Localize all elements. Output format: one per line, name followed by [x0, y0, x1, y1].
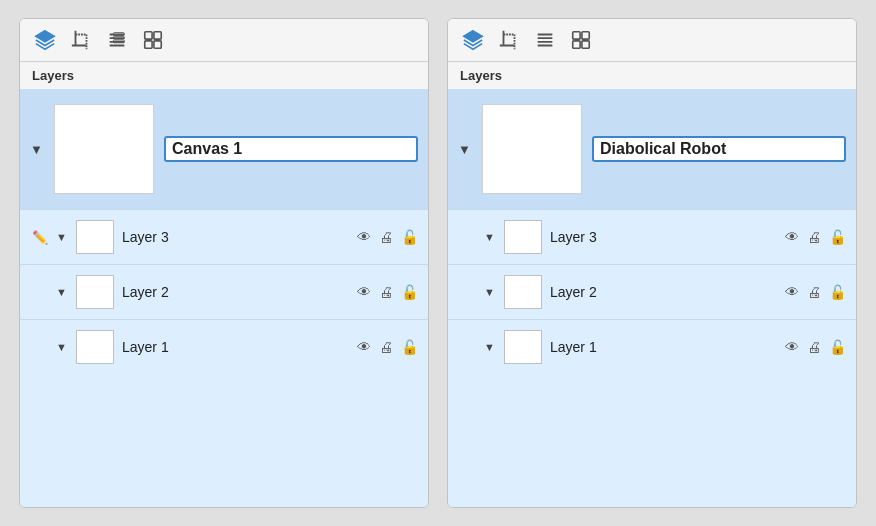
layer-name: Layer 2: [550, 284, 777, 300]
layer-row: ✏️ ▼ Layer 3 👁 🖨 🔓: [448, 209, 856, 264]
layer-row: ✏️ ▼ Layer 2 👁 🖨 🔓: [448, 264, 856, 319]
print-icon[interactable]: 🖨: [379, 229, 393, 245]
lock-icon[interactable]: 🔓: [401, 339, 418, 355]
canvas-thumbnail-right: [482, 104, 582, 194]
eye-icon[interactable]: 👁: [357, 229, 371, 245]
layer-thumbnail: [504, 220, 542, 254]
lock-icon[interactable]: 🔓: [401, 284, 418, 300]
canvas-thumbnail-left: [54, 104, 154, 194]
pencil-icon[interactable]: ✏️: [32, 230, 48, 245]
print-icon[interactable]: 🖨: [379, 284, 393, 300]
layer-actions: 👁 🖨 🔓: [785, 284, 846, 300]
svg-rect-13: [154, 32, 161, 39]
toolbar-left: [20, 19, 428, 62]
canvas-name-input-right[interactable]: [592, 136, 846, 162]
canvas-row-right: ▼: [448, 89, 856, 209]
layer-thumbnail: [76, 220, 114, 254]
toolbar-right: [448, 19, 856, 62]
svg-rect-14: [145, 41, 152, 48]
eye-icon[interactable]: 👁: [357, 339, 371, 355]
crop-icon[interactable]: [70, 29, 92, 51]
svg-rect-26: [582, 32, 589, 39]
canvas-name-input-left[interactable]: [164, 136, 418, 162]
lock-icon[interactable]: 🔓: [829, 339, 846, 355]
layer-row: ✏️ ▼ Layer 1 👁 🖨 🔓: [20, 319, 428, 374]
layer-actions: 👁 🖨 🔓: [785, 229, 846, 245]
eye-icon[interactable]: 👁: [785, 284, 799, 300]
grid-icon[interactable]: [570, 29, 592, 51]
canvas-row-left: ▼: [20, 89, 428, 209]
eye-icon[interactable]: 👁: [357, 284, 371, 300]
print-icon[interactable]: 🖨: [807, 339, 821, 355]
lock-icon[interactable]: 🔓: [401, 229, 418, 245]
layer-chevron[interactable]: ▼: [56, 341, 68, 353]
svg-rect-28: [582, 41, 589, 48]
layer-chevron[interactable]: ▼: [484, 286, 496, 298]
layer-row: ✏️ ▼ Layer 2 👁 🖨 🔓: [20, 264, 428, 319]
canvas-chevron-right[interactable]: ▼: [458, 142, 472, 157]
panels-wrapper: Layers ▼ ✏️ ▼ Layer 3 👁 🖨 🔓 ✏️: [0, 0, 876, 526]
canvas-chevron-left[interactable]: ▼: [30, 142, 44, 157]
layer-chevron[interactable]: ▼: [484, 231, 496, 243]
layer-chevron[interactable]: ▼: [56, 286, 68, 298]
svg-marker-0: [36, 31, 54, 42]
layer-name: Layer 1: [550, 339, 777, 355]
layers-icon[interactable]: [34, 29, 56, 51]
layers-list-left: ✏️ ▼ Layer 3 👁 🖨 🔓 ✏️ ▼ Layer 2 👁 🖨: [20, 209, 428, 507]
print-icon[interactable]: 🖨: [807, 284, 821, 300]
layer-row: ✏️ ▼ Layer 3 👁 🖨 🔓: [20, 209, 428, 264]
svg-marker-16: [464, 31, 482, 42]
list-icon[interactable]: [534, 29, 556, 51]
lock-icon[interactable]: 🔓: [829, 229, 846, 245]
svg-rect-27: [573, 41, 580, 48]
section-label-left: Layers: [20, 62, 428, 89]
panel-left: Layers ▼ ✏️ ▼ Layer 3 👁 🖨 🔓 ✏️: [19, 18, 429, 508]
print-icon[interactable]: 🖨: [379, 339, 393, 355]
layer-name: Layer 1: [122, 339, 349, 355]
layer-actions: 👁 🖨 🔓: [357, 339, 418, 355]
layer-actions: 👁 🖨 🔓: [357, 284, 418, 300]
print-icon[interactable]: 🖨: [807, 229, 821, 245]
layer-chevron[interactable]: ▼: [484, 341, 496, 353]
panel-right: Layers ▼ ✏️ ▼ Layer 3 👁 🖨 🔓 ✏️: [447, 18, 857, 508]
svg-rect-25: [573, 32, 580, 39]
layer-thumbnail: [76, 330, 114, 364]
layer-row: ✏️ ▼ Layer 1 👁 🖨 🔓: [448, 319, 856, 374]
section-label-right: Layers: [448, 62, 856, 89]
layer-chevron[interactable]: ▼: [56, 231, 68, 243]
eye-icon[interactable]: 👁: [785, 339, 799, 355]
layer-thumbnail: [504, 275, 542, 309]
crop-icon[interactable]: [498, 29, 520, 51]
layer-thumbnail: [504, 330, 542, 364]
layer-actions: 👁 🖨 🔓: [785, 339, 846, 355]
layers-list-right: ✏️ ▼ Layer 3 👁 🖨 🔓 ✏️ ▼ Layer 2 👁 🖨: [448, 209, 856, 507]
svg-rect-12: [145, 32, 152, 39]
layers-icon[interactable]: [462, 29, 484, 51]
layer-thumbnail: [76, 275, 114, 309]
layer-name: Layer 2: [122, 284, 349, 300]
grid-icon[interactable]: [142, 29, 164, 51]
layer-name: Layer 3: [122, 229, 349, 245]
svg-rect-15: [154, 41, 161, 48]
layer-actions: 👁 🖨 🔓: [357, 229, 418, 245]
list-icon[interactable]: [106, 29, 128, 51]
lock-icon[interactable]: 🔓: [829, 284, 846, 300]
layer-name: Layer 3: [550, 229, 777, 245]
eye-icon[interactable]: 👁: [785, 229, 799, 245]
